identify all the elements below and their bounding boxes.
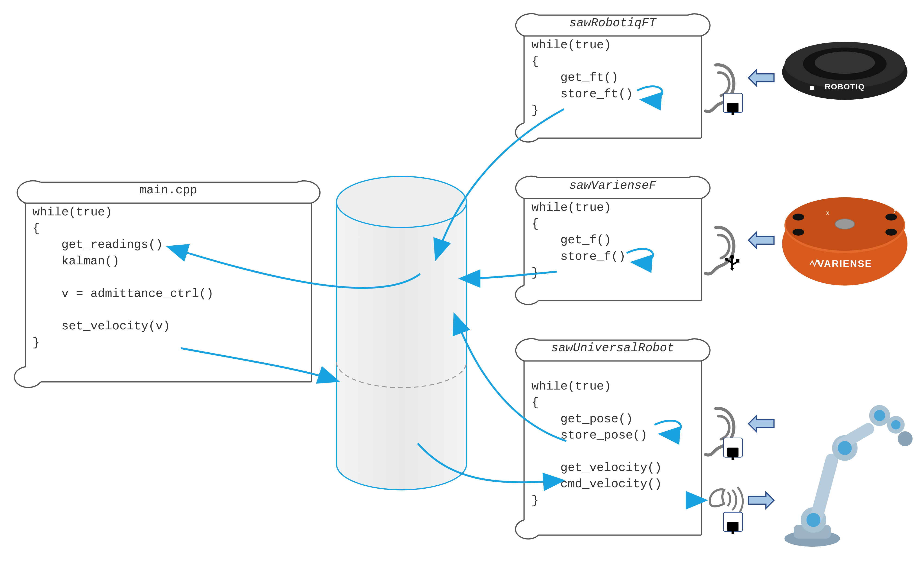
code-line: } <box>532 103 539 117</box>
code-line: kalman() <box>33 255 119 268</box>
speak-icon <box>710 487 743 515</box>
code-line: while(true) <box>532 201 611 215</box>
robotiq-code: while(true) { get_ft() store_ft() } <box>524 33 701 118</box>
code-line: while(true) <box>532 379 611 393</box>
svg-point-11 <box>793 214 804 220</box>
svg-point-23 <box>898 431 913 446</box>
svg-point-26 <box>874 410 885 421</box>
code-line: } <box>532 266 539 280</box>
main-scroll: main.cpp while(true) { get_readings() ka… <box>26 181 311 383</box>
code-line: store_ft() <box>532 87 633 101</box>
shared-memory-cylinder <box>337 176 466 490</box>
svg-text:x: x <box>826 209 829 216</box>
robotiq-scroll: sawRobotiqFT while(true) { get_ft() stor… <box>524 14 701 139</box>
code-line: set_velocity(v) <box>33 319 170 333</box>
code-line: cmd_velocity() <box>532 477 662 491</box>
svg-rect-18 <box>809 452 840 523</box>
variense-title: sawVarienseF <box>524 176 701 195</box>
svg-point-3 <box>815 51 875 74</box>
ethernet-icon <box>723 438 743 458</box>
svg-rect-4 <box>810 86 814 90</box>
svg-point-25 <box>838 441 852 455</box>
code-line: { <box>532 217 539 231</box>
main-title: main.cpp <box>26 181 311 200</box>
shared-memory-label: Shared Memory <box>358 225 443 240</box>
code-line: store_pose() <box>532 429 647 442</box>
usb-icon <box>723 254 742 273</box>
code-line: get_pose() <box>532 412 633 426</box>
code-line: while(true) <box>532 38 611 52</box>
code-line: } <box>532 494 539 508</box>
ur-title: sawUniversalRobot <box>524 339 701 358</box>
code-line: store_f() <box>532 250 626 263</box>
svg-point-8 <box>835 219 854 229</box>
ur-code: while(true) { get_pose() store_pose() ge… <box>524 358 701 509</box>
block-arrow-right <box>749 492 774 508</box>
main-code: while(true) { get_readings() kalman() v … <box>26 200 311 351</box>
code-line: while(true) <box>33 205 112 219</box>
svg-point-24 <box>806 513 820 527</box>
svg-point-9 <box>793 229 804 236</box>
svg-point-12 <box>885 214 897 220</box>
code-line: get_velocity() <box>532 461 662 475</box>
robotiq-title: sawRobotiqFT <box>524 14 701 33</box>
diagram-canvas: Shared Memory main.cpp while(true) { get… <box>0 0 923 588</box>
code-line: { <box>532 396 539 409</box>
code-line: { <box>532 54 539 68</box>
ethernet-icon <box>723 512 743 532</box>
svg-point-43 <box>725 258 728 261</box>
svg-rect-44 <box>736 259 739 263</box>
variense-code: while(true) { get_f() store_f() } <box>524 195 701 281</box>
robotiq-device: ROBOTIQ <box>780 39 910 105</box>
block-arrow-left <box>749 416 774 432</box>
block-arrow-left <box>749 232 774 248</box>
code-line: get_ft() <box>532 71 618 84</box>
svg-point-27 <box>891 420 900 429</box>
svg-point-10 <box>885 229 897 236</box>
svg-point-28 <box>337 176 466 227</box>
block-arrow-left <box>749 70 774 86</box>
code-line: { <box>33 222 40 235</box>
variense-device: x y VARIENSE <box>780 197 910 290</box>
ethernet-icon <box>723 93 743 113</box>
robotiq-device-label: ROBOTIQ <box>825 82 865 91</box>
code-line: } <box>33 336 40 350</box>
variense-device-label: VARIENSE <box>818 258 872 269</box>
svg-text:y: y <box>893 206 897 213</box>
code-line: v = admittance_ctrl() <box>33 287 214 301</box>
ur-robot-device <box>780 395 919 552</box>
variense-scroll: sawVarienseF while(true) { get_f() store… <box>524 176 701 302</box>
code-line: get_readings() <box>33 238 163 251</box>
ur-scroll: sawUniversalRobot while(true) { get_pose… <box>524 339 701 536</box>
code-line: get_f() <box>532 233 611 247</box>
